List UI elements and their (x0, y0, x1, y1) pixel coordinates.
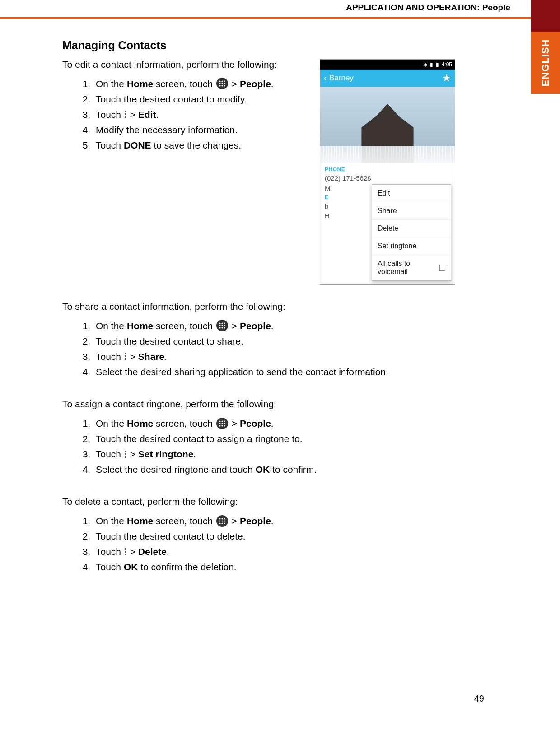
overflow-menu-icon (125, 111, 126, 118)
svg-point-4 (221, 83, 223, 84)
svg-point-33 (219, 522, 220, 524)
ringtone-section: To assign a contact ringtone, perform th… (62, 399, 455, 477)
page-title: Managing Contacts (62, 39, 455, 52)
contact-name: Barney (329, 74, 354, 83)
svg-point-10 (221, 323, 223, 324)
edit-intro: To edit a contact information, perform t… (62, 59, 312, 70)
phone-section-label: PHONE (320, 163, 455, 174)
svg-point-21 (219, 423, 220, 424)
svg-point-7 (221, 85, 223, 87)
svg-point-28 (221, 518, 223, 519)
phone-number: (022) 171-5628 (320, 174, 455, 184)
ringtone-intro: To assign a contact ringtone, perform th… (62, 399, 455, 410)
share-step-1: On the Home screen, touch > People. (93, 318, 455, 334)
svg-point-17 (224, 327, 225, 329)
share-steps: On the Home screen, touch > People. Touc… (62, 318, 455, 380)
contact-photo (320, 87, 455, 163)
share-step-2: Touch the desired contact to share. (93, 334, 455, 349)
svg-point-12 (219, 325, 220, 326)
edit-step-5: Touch DONE to save the changes. (93, 138, 312, 153)
svg-point-9 (219, 323, 220, 324)
svg-point-24 (219, 425, 220, 426)
svg-point-11 (224, 323, 225, 324)
language-side-tab: ENGLISH (531, 32, 560, 94)
svg-point-35 (224, 522, 225, 524)
header-accent-block (531, 0, 560, 32)
svg-point-26 (224, 425, 225, 426)
edit-section: To edit a contact information, perform t… (62, 59, 455, 285)
ringtone-step-1: On the Home screen, touch > People. (93, 416, 455, 431)
header-title: APPLICATION AND OPERATION: People (0, 3, 560, 15)
ringtone-step-3: Touch > Set ringtone. (93, 447, 455, 462)
delete-step-4: Touch OK to confirm the deletion. (93, 559, 455, 575)
share-intro: To share a contact information, perform … (62, 301, 455, 312)
svg-point-22 (221, 423, 223, 424)
apps-grid-icon (216, 320, 228, 331)
svg-point-20 (224, 420, 225, 422)
ringtone-steps: On the Home screen, touch > People. Touc… (62, 416, 455, 477)
svg-point-23 (224, 423, 225, 424)
svg-point-13 (221, 325, 223, 326)
language-label: ENGLISH (540, 39, 551, 87)
svg-point-0 (219, 81, 220, 82)
delete-intro: To delete a contact, perform the followi… (62, 496, 455, 507)
overflow-menu-icon (125, 451, 126, 458)
battery-icon: ▮ (436, 61, 439, 68)
delete-section: To delete a contact, perform the followi… (62, 496, 455, 575)
svg-point-3 (219, 83, 220, 84)
menu-item-edit: Edit (372, 185, 451, 202)
edit-step-1: On the Home screen, touch > People. (93, 76, 312, 92)
delete-steps: On the Home screen, touch > People. Touc… (62, 513, 455, 575)
overflow-menu-popup: Edit Share Delete Set ringtone All calls… (372, 184, 451, 281)
share-step-3: Touch > Share. (93, 349, 455, 364)
edit-step-2: Touch the desired contact to modify. (93, 92, 312, 107)
svg-point-19 (221, 420, 223, 422)
menu-item-delete: Delete (372, 220, 451, 237)
status-time: 4:05 (442, 61, 452, 68)
svg-point-2 (224, 81, 225, 82)
star-icon: ★ (442, 72, 451, 84)
wifi-icon: ◈ (423, 61, 427, 68)
apps-grid-icon (216, 418, 228, 429)
menu-item-voicemail: All calls to voicemail (372, 255, 451, 280)
phone-screenshot: ◈ ▮ ▮ 4:05 ‹ Barney ★ PHONE (022) 171-56… (320, 59, 455, 285)
svg-point-15 (219, 327, 220, 329)
svg-point-32 (224, 520, 225, 521)
svg-point-8 (224, 85, 225, 87)
back-chevron-icon: ‹ (324, 74, 327, 83)
svg-point-14 (224, 325, 225, 326)
svg-point-6 (219, 85, 220, 87)
menu-item-share: Share (372, 202, 451, 220)
menu-item-set-ringtone: Set ringtone (372, 237, 451, 255)
phone-status-bar: ◈ ▮ ▮ 4:05 (320, 60, 455, 70)
svg-point-16 (221, 327, 223, 329)
overflow-menu-icon (125, 548, 126, 555)
svg-point-5 (224, 83, 225, 84)
ringtone-step-2: Touch the desired contact to assign a ri… (93, 431, 455, 447)
svg-point-25 (221, 425, 223, 426)
svg-point-34 (221, 522, 223, 524)
svg-point-1 (221, 81, 223, 82)
signal-icon: ▮ (430, 61, 433, 68)
delete-step-1: On the Home screen, touch > People. (93, 513, 455, 529)
delete-step-3: Touch > Delete. (93, 544, 455, 559)
page-content: Managing Contacts To edit a contact info… (62, 39, 455, 594)
edit-step-3: Touch > Edit. (93, 107, 312, 122)
svg-point-29 (224, 518, 225, 519)
header-divider (0, 17, 531, 19)
svg-point-31 (221, 520, 223, 521)
svg-point-27 (219, 518, 220, 519)
page-number: 49 (474, 694, 484, 704)
voicemail-checkbox (439, 265, 445, 271)
svg-point-30 (219, 520, 220, 521)
edit-steps: On the Home screen, touch > People. Touc… (62, 76, 312, 153)
svg-point-18 (219, 420, 220, 422)
share-section: To share a contact information, perform … (62, 301, 455, 380)
share-step-4: Select the desired sharing application t… (93, 364, 455, 380)
apps-grid-icon (216, 78, 228, 89)
phone-action-bar: ‹ Barney ★ (320, 70, 455, 87)
apps-grid-icon (216, 515, 228, 527)
overflow-menu-icon (125, 353, 126, 360)
delete-step-2: Touch the desired contact to delete. (93, 529, 455, 544)
edit-step-4: Modify the necessary information. (93, 122, 312, 138)
